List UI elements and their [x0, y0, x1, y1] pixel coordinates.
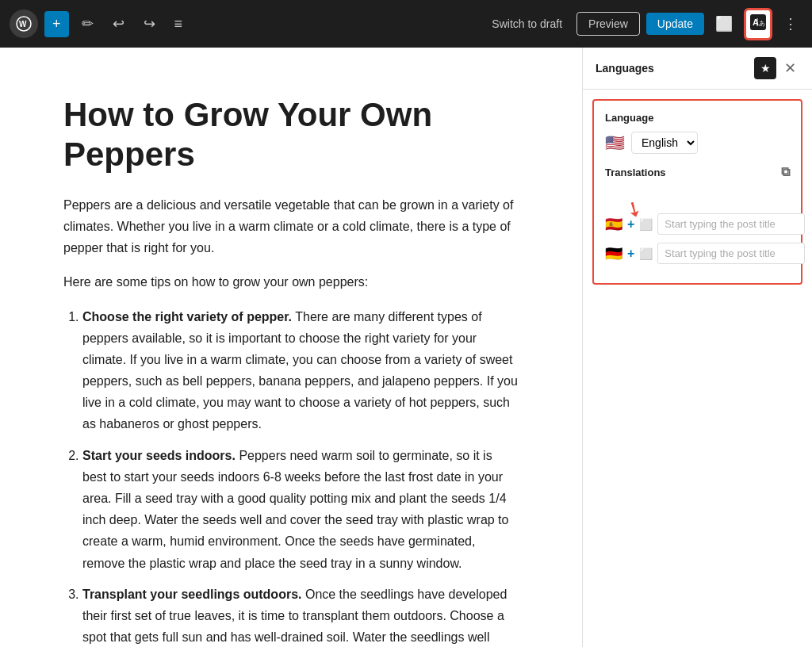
- main-layout: How to Grow Your Own Peppers Peppers are…: [0, 48, 812, 647]
- more-options-button[interactable]: ⋮: [779, 10, 802, 37]
- translations-label: Translations ⧉: [605, 165, 790, 179]
- panel-header-icons: ★ ✕: [754, 57, 799, 79]
- sidebar-toggle-button[interactable]: ⬜: [710, 10, 737, 37]
- close-panel-button[interactable]: ✕: [781, 58, 799, 78]
- post-tips-list: Choose the right variety of pepper. Ther…: [82, 306, 519, 647]
- svg-text:A: A: [753, 17, 759, 27]
- add-block-button[interactable]: +: [44, 11, 69, 37]
- tip-3-bold: Transplant your seedlings outdoors.: [82, 588, 301, 601]
- list-icon: ≡: [174, 16, 183, 33]
- edit-german-icon[interactable]: ⬜: [639, 247, 653, 260]
- svg-text:W: W: [19, 20, 27, 29]
- undo-icon: ↩: [113, 15, 124, 33]
- tip-2-bold: Start your seeds indoors.: [82, 449, 236, 462]
- toolbar-right: Switch to draft Preview Update ⬜ A あ ⋮: [484, 8, 802, 40]
- translate-icon: A あ: [749, 13, 767, 31]
- preview-button[interactable]: Preview: [576, 12, 640, 36]
- german-title-input[interactable]: [657, 243, 805, 264]
- translate-button[interactable]: A あ: [744, 8, 772, 40]
- list-item: Start your seeds indoors. Peppers need w…: [82, 445, 519, 574]
- add-german-translation-button[interactable]: +: [627, 247, 634, 261]
- wordpress-logo[interactable]: W: [10, 10, 38, 38]
- panel-title: Languages: [596, 62, 654, 75]
- spanish-title-input[interactable]: [657, 213, 805, 235]
- update-button[interactable]: Update: [646, 13, 704, 35]
- languages-sidebar: Languages ★ ✕ Language 🇺🇸 English Transl…: [582, 48, 812, 647]
- more-icon: ⋮: [783, 16, 798, 32]
- panel-header: Languages ★ ✕: [583, 48, 812, 90]
- switch-to-draft-button[interactable]: Switch to draft: [484, 13, 570, 35]
- arrow-annotation: ➘: [605, 186, 790, 210]
- undo-button[interactable]: ↩: [106, 10, 131, 37]
- close-icon: ✕: [784, 60, 796, 76]
- star-button[interactable]: ★: [754, 57, 776, 79]
- post-body: Peppers are a delicious and versatile ve…: [63, 194, 519, 647]
- post-title[interactable]: How to Grow Your Own Peppers: [63, 95, 519, 175]
- editor-area: How to Grow Your Own Peppers Peppers are…: [0, 48, 582, 647]
- post-intro: Peppers are a delicious and versatile ve…: [63, 194, 519, 259]
- pencil-button[interactable]: ✏: [75, 10, 100, 37]
- language-flag: 🇺🇸: [605, 133, 625, 152]
- redo-button[interactable]: ↪: [137, 10, 162, 37]
- tip-2-text: Peppers need warm soil to germinate, so …: [82, 449, 508, 570]
- tip-1-bold: Choose the right variety of pepper.: [82, 310, 292, 324]
- list-view-button[interactable]: ≡: [168, 11, 190, 37]
- tip-1-text: There are many different types of pepper…: [82, 310, 518, 431]
- list-item: Transplant your seedlings outdoors. Once…: [82, 584, 519, 647]
- post-tips-intro: Here are some tips on how to grow your o…: [63, 271, 519, 293]
- language-select[interactable]: English: [631, 132, 698, 154]
- pencil-icon: ✏: [82, 15, 94, 33]
- language-section: Language 🇺🇸 English Translations ⧉ ➘ 🇪🇸 …: [592, 99, 802, 285]
- main-toolbar: W + ✏ ↩ ↪ ≡ Switch to draft Preview Upda…: [0, 0, 812, 48]
- copy-icon[interactable]: ⧉: [781, 165, 790, 179]
- translation-row-de: 🇩🇪 + ⬜: [605, 243, 790, 264]
- language-label: Language: [605, 112, 790, 124]
- star-icon: ★: [760, 62, 771, 75]
- svg-text:あ: あ: [759, 20, 765, 27]
- edit-spanish-icon[interactable]: ⬜: [639, 218, 653, 231]
- sidebar-icon: ⬜: [715, 16, 733, 32]
- spanish-flag: 🇪🇸: [605, 216, 622, 233]
- language-row: 🇺🇸 English: [605, 132, 790, 154]
- list-item: Choose the right variety of pepper. Ther…: [82, 306, 519, 435]
- redo-icon: ↪: [144, 15, 155, 33]
- german-flag: 🇩🇪: [605, 245, 622, 262]
